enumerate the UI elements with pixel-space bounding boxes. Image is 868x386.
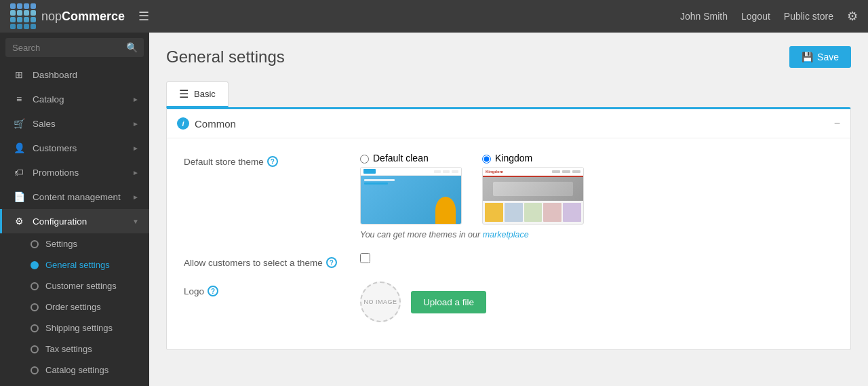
- tab-basic-label: Basic: [194, 89, 216, 99]
- search-input[interactable]: [12, 43, 126, 53]
- customers-icon: 👤: [12, 142, 26, 153]
- sidebar-sub-label: Settings: [45, 239, 77, 249]
- sidebar-item-customers[interactable]: 👤 Customers ►: [0, 136, 149, 160]
- theme-option-default-clean: Default clean: [360, 152, 462, 225]
- dot-16: [31, 24, 36, 29]
- chevron-right-icon: ►: [132, 120, 139, 128]
- brand-logo: nopCommerce: [10, 3, 125, 29]
- collapse-icon[interactable]: −: [834, 117, 840, 130]
- dot-5: [10, 10, 16, 16]
- sidebar-sub-label: Tax settings: [45, 344, 92, 354]
- sidebar-sub-shipping-settings[interactable]: Shipping settings: [0, 317, 149, 339]
- public-store-link[interactable]: Public store: [784, 11, 833, 22]
- panel-header: i Common −: [167, 109, 850, 138]
- sidebar-item-configuration[interactable]: ⚙ Configuration ▼: [0, 209, 149, 233]
- dot-15: [24, 24, 29, 29]
- sidebar-sub-catalog-settings[interactable]: Catalog settings: [0, 360, 149, 381]
- logo-row: Logo ? NO IMAGE Upload a file: [184, 282, 833, 322]
- no-image-placeholder: NO IMAGE: [360, 282, 401, 322]
- settings-gear-icon[interactable]: ⚙: [847, 9, 858, 24]
- sidebar-sub-settings[interactable]: Settings: [0, 233, 149, 254]
- brand-name: nopCommerce: [41, 9, 125, 24]
- chevron-down-icon: ▼: [132, 218, 139, 225]
- marketplace-text: You can get more themes in our marketpla…: [360, 230, 833, 239]
- brand-dots: [10, 3, 36, 29]
- upload-file-button[interactable]: Upload a file: [411, 291, 486, 313]
- dot-9: [10, 17, 16, 22]
- logo-label: Logo ?: [184, 282, 360, 296]
- sidebar-item-label: Catalog: [33, 94, 132, 104]
- allow-theme-selection-row: Allow customers to select a theme ?: [184, 253, 833, 268]
- theme-selector: Default clean: [360, 152, 833, 239]
- dot-1: [10, 3, 16, 9]
- sidebar-sub-order-settings[interactable]: Order settings: [0, 296, 149, 317]
- allow-theme-checkbox[interactable]: [360, 253, 370, 263]
- content-icon: 📄: [12, 191, 26, 202]
- sidebar-item-content-management[interactable]: 📄 Content management ►: [0, 185, 149, 209]
- tab-basic-icon: ☰: [179, 88, 189, 100]
- sidebar-sub-customer-settings[interactable]: Customer settings: [0, 275, 149, 296]
- dot-12: [31, 17, 36, 22]
- sidebar-item-label: Content management: [33, 192, 132, 202]
- dot-13: [10, 24, 16, 29]
- marketplace-link[interactable]: marketplace: [483, 230, 529, 239]
- circle-icon: [31, 303, 39, 311]
- navbar-right: John Smith Logout Public store ⚙: [680, 9, 858, 24]
- brand-commerce: Commerce: [62, 9, 125, 23]
- sidebar-item-label: Dashboard: [33, 70, 139, 80]
- dot-6: [17, 10, 22, 16]
- search-icon: 🔍: [126, 42, 138, 53]
- sidebar-sub-label: General settings: [45, 260, 110, 270]
- configuration-icon: ⚙: [12, 216, 26, 227]
- theme-radio-kingdom[interactable]: [482, 155, 491, 163]
- theme-options: Default clean: [360, 152, 833, 225]
- label-text: Allow customers to select a theme: [184, 258, 323, 268]
- panel-title-text: Common: [195, 118, 236, 130]
- save-label: Save: [817, 52, 839, 62]
- theme-radio-default-clean[interactable]: [360, 155, 369, 163]
- menu-toggle-icon[interactable]: ☰: [138, 9, 149, 24]
- chevron-right-icon: ►: [132, 96, 139, 103]
- page-header: General settings 💾 Save: [166, 46, 851, 68]
- theme-label-default-clean: Default clean: [373, 153, 429, 163]
- sidebar-item-label: Customers: [33, 143, 132, 153]
- no-image-text: NO IMAGE: [363, 298, 397, 305]
- panel-body: Default store theme ? Default clean: [167, 138, 850, 349]
- dot-11: [24, 17, 29, 22]
- main-layout: 🔍 ⊞ Dashboard ≡ Catalog ► 🛒 Sales ► 👤 Cu…: [0, 33, 868, 386]
- circle-icon: [31, 282, 39, 290]
- tab-basic[interactable]: ☰ Basic: [166, 81, 229, 107]
- logo-area: NO IMAGE Upload a file: [360, 282, 833, 322]
- sidebar-sub-label: Customer settings: [45, 281, 117, 291]
- page-title: General settings: [166, 47, 285, 66]
- chevron-right-icon: ►: [132, 144, 139, 152]
- dot-3: [24, 3, 29, 9]
- logout-link[interactable]: Logout: [741, 11, 770, 22]
- save-button[interactable]: 💾 Save: [789, 46, 851, 68]
- top-navbar: nopCommerce ☰ John Smith Logout Public s…: [0, 0, 868, 33]
- promotions-icon: 🏷: [12, 167, 26, 178]
- help-icon[interactable]: ?: [326, 257, 337, 268]
- circle-icon: [31, 366, 39, 374]
- sidebar-item-promotions[interactable]: 🏷 Promotions ►: [0, 160, 149, 185]
- dot-4: [31, 3, 36, 9]
- sidebar-sub-tax-settings[interactable]: Tax settings: [0, 339, 149, 360]
- sidebar-item-catalog[interactable]: ≡ Catalog ►: [0, 87, 149, 111]
- sidebar: 🔍 ⊞ Dashboard ≡ Catalog ► 🛒 Sales ► 👤 Cu…: [0, 33, 149, 386]
- circle-icon: [31, 261, 39, 269]
- help-icon[interactable]: ?: [208, 286, 218, 296]
- sidebar-sub-general-settings[interactable]: General settings: [0, 254, 149, 275]
- dot-14: [17, 24, 22, 29]
- help-icon[interactable]: ?: [267, 156, 278, 167]
- sidebar-sub-label: Catalog settings: [45, 365, 108, 375]
- common-panel: i Common − Default store theme ?: [166, 107, 851, 350]
- sidebar-item-dashboard[interactable]: ⊞ Dashboard: [0, 62, 149, 87]
- search-box[interactable]: 🔍: [5, 38, 144, 57]
- allow-theme-control: [360, 253, 833, 263]
- tabs: ☰ Basic: [166, 81, 851, 107]
- allow-theme-label: Allow customers to select a theme ?: [184, 253, 360, 268]
- sidebar-item-label: Promotions: [33, 168, 132, 178]
- theme-preview-kingdom: Kingdom: [482, 167, 584, 225]
- sidebar-item-sales[interactable]: 🛒 Sales ►: [0, 111, 149, 136]
- theme-option-kingdom: Kingdom Kingdom: [482, 152, 584, 225]
